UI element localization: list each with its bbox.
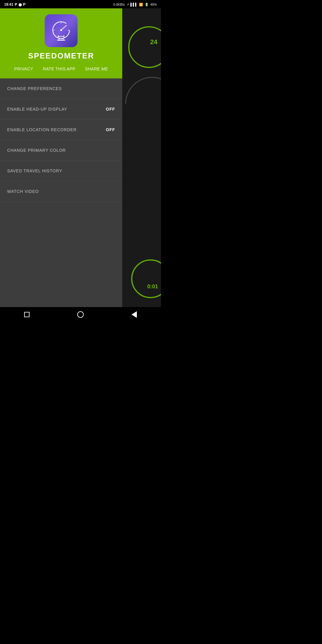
change-preferences-label: CHANGE PREFERENCES — [7, 86, 62, 91]
notification-icon: ⬤ — [18, 3, 22, 6]
primary-color-label: CHANGE PRIMARY COLOR — [7, 148, 66, 153]
status-left: 19:41 𝗣 ⬤ 𝗣 — [4, 2, 26, 7]
location-recorder-label: ENABLE LOCATION RECORDER — [7, 127, 77, 132]
nav-home-button[interactable] — [73, 307, 88, 322]
speedometer-arc-bottom — [131, 259, 161, 298]
upload-icon: ↗ — [126, 3, 129, 7]
app-title: SPEEDOMETER — [28, 51, 94, 61]
speedometer-icon-svg — [49, 19, 73, 43]
location-recorder-value: OFF — [106, 127, 115, 132]
travel-history-label: SAVED TRAVEL HISTORY — [7, 168, 62, 173]
svg-point-4 — [63, 35, 64, 37]
signal-icon: ▌▌▌ — [131, 3, 137, 6]
head-up-display-label: ENABLE HEAD-UP DISPLAY — [7, 107, 67, 112]
speedometer-bottom-value: 0:01 — [147, 284, 158, 290]
status-bar: 19:41 𝗣 ⬤ 𝗣 0.0KB/s ↗ ▌▌▌ 📶 🔋 49% — [0, 0, 161, 8]
recents-icon — [24, 312, 30, 317]
watch-video-label: WATCH VIDEO — [7, 189, 39, 194]
nav-recents-button[interactable] — [19, 307, 34, 322]
home-icon — [77, 311, 84, 318]
speedometer-top-value: 24 — [150, 38, 157, 46]
app-background: 24 0:01 — [122, 8, 161, 322]
menu-item-location-recorder[interactable]: ENABLE LOCATION RECORDER OFF — [0, 120, 122, 140]
header-links: PRIVACY RATE THIS APP SHARE ME — [6, 65, 116, 72]
svg-rect-5 — [57, 40, 65, 41]
menu-item-change-preferences[interactable]: CHANGE PREFERENCES — [0, 78, 122, 99]
speedometer-arc-top — [128, 26, 161, 68]
drawer-header: SPEEDOMETER PRIVACY RATE THIS APP SHARE … — [0, 8, 122, 78]
back-icon — [131, 311, 137, 318]
time: 19:41 — [4, 2, 13, 7]
menu-item-primary-color[interactable]: CHANGE PRIMARY COLOR — [0, 140, 122, 161]
menu-item-watch-video[interactable]: WATCH VIDEO — [0, 181, 122, 202]
svg-point-2 — [60, 29, 62, 31]
status-right: 0.0KB/s ↗ ▌▌▌ 📶 🔋 49% — [113, 3, 157, 7]
p-icon-2: 𝗣 — [23, 2, 26, 7]
speedometer-arc-mid — [125, 77, 161, 131]
svg-point-3 — [58, 35, 59, 37]
rate-link[interactable]: RATE THIS APP — [38, 65, 80, 72]
data-speed: 0.0KB/s — [113, 3, 125, 6]
app-icon — [45, 14, 78, 47]
menu-item-travel-history[interactable]: SAVED TRAVEL HISTORY — [0, 161, 122, 181]
drawer-panel: SPEEDOMETER PRIVACY RATE THIS APP SHARE … — [0, 8, 122, 322]
nav-back-button[interactable] — [127, 307, 142, 322]
privacy-link[interactable]: PRIVACY — [10, 65, 38, 72]
head-up-display-value: OFF — [106, 107, 115, 112]
battery-percent: 49% — [150, 3, 157, 6]
svg-line-1 — [61, 25, 66, 30]
nav-bar — [0, 307, 161, 322]
main-container: 24 0:01 — [0, 8, 161, 322]
battery-icon: 🔋 — [145, 3, 149, 7]
share-link[interactable]: SHARE ME — [80, 65, 113, 72]
wifi-icon: 📶 — [139, 3, 143, 7]
menu-item-head-up-display[interactable]: ENABLE HEAD-UP DISPLAY OFF — [0, 99, 122, 120]
drawer-menu: CHANGE PREFERENCES ENABLE HEAD-UP DISPLA… — [0, 78, 122, 322]
p-icon-1: 𝗣 — [15, 2, 17, 7]
